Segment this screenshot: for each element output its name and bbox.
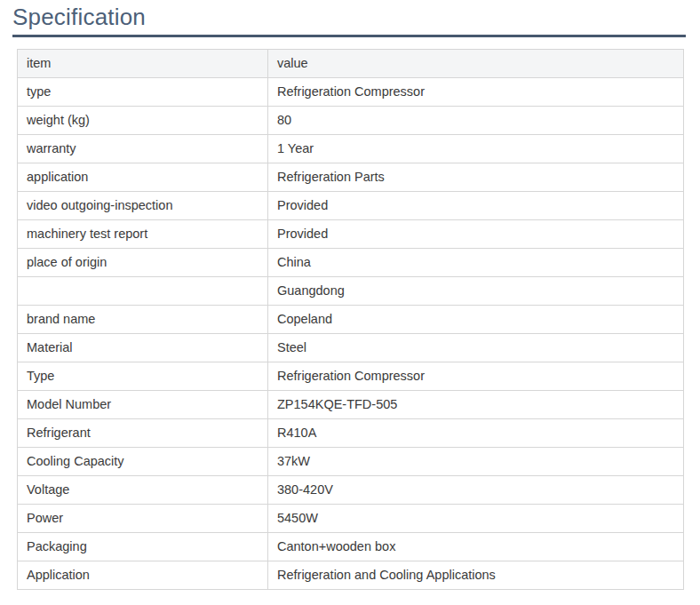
item-cell xyxy=(18,277,268,306)
specification-table: item value typeRefrigeration Compressorw… xyxy=(17,49,684,590)
value-cell: Refrigeration Compressor xyxy=(267,78,683,107)
item-cell: brand name xyxy=(18,306,268,334)
table-row: typeRefrigeration Compressor xyxy=(18,78,684,107)
table-row: warranty1 Year xyxy=(18,135,684,163)
value-cell: Steel xyxy=(267,334,683,362)
value-cell: Canton+wooden box xyxy=(267,533,683,561)
table-row: MaterialSteel xyxy=(18,334,684,362)
table-row: RefrigerantR410A xyxy=(18,419,684,448)
value-cell: 37kW xyxy=(267,448,683,476)
item-cell: type xyxy=(18,78,268,107)
item-cell: warranty xyxy=(18,135,268,163)
value-cell: Refrigeration and Cooling Applications xyxy=(267,561,683,590)
table-row: PackagingCanton+wooden box xyxy=(18,533,684,561)
item-cell: Model Number xyxy=(18,391,268,419)
item-cell: Voltage xyxy=(18,476,268,505)
item-cell: Cooling Capacity xyxy=(18,448,268,476)
item-cell: Application xyxy=(18,561,268,590)
table-header-row: item value xyxy=(18,50,684,78)
header-item: item xyxy=(18,50,268,78)
table-row: place of originChina xyxy=(18,249,684,277)
item-cell: Type xyxy=(18,362,268,391)
value-cell: R410A xyxy=(267,419,683,448)
value-cell: Guangdong xyxy=(267,277,683,306)
table-row: video outgoing-inspectionProvided xyxy=(18,192,684,220)
table-row: Voltage380-420V xyxy=(18,476,684,505)
table-row: Cooling Capacity37kW xyxy=(18,448,684,476)
item-cell: Power xyxy=(18,505,268,533)
item-cell: Refrigerant xyxy=(18,419,268,448)
table-row: Power5450W xyxy=(18,505,684,533)
value-cell: 1 Year xyxy=(267,135,683,163)
item-cell: Packaging xyxy=(18,533,268,561)
value-cell: Copeland xyxy=(267,306,683,334)
item-cell: video outgoing-inspection xyxy=(18,192,268,220)
page-title: Specification xyxy=(12,2,686,32)
item-cell: place of origin xyxy=(18,249,268,277)
table-row: applicationRefrigeration Parts xyxy=(18,163,684,192)
value-cell: 5450W xyxy=(267,505,683,533)
value-cell: China xyxy=(267,249,683,277)
table-row: weight (kg)80 xyxy=(18,107,684,135)
value-cell: 80 xyxy=(267,107,683,135)
header-value: value xyxy=(267,50,683,78)
value-cell: Refrigeration Parts xyxy=(267,163,683,192)
item-cell: weight (kg) xyxy=(18,107,268,135)
item-cell: machinery test report xyxy=(18,220,268,249)
value-cell: 380-420V xyxy=(267,476,683,505)
title-divider xyxy=(12,35,686,37)
page: Specification item value typeRefrigerati… xyxy=(0,2,700,590)
table-row: Model NumberZP154KQE-TFD-505 xyxy=(18,391,684,419)
value-cell: Provided xyxy=(267,220,683,249)
table-body: typeRefrigeration Compressorweight (kg)8… xyxy=(18,78,684,590)
value-cell: Refrigeration Compressor xyxy=(267,362,683,391)
table-row: Guangdong xyxy=(18,277,684,306)
item-cell: Material xyxy=(18,334,268,362)
item-cell: application xyxy=(18,163,268,192)
value-cell: Provided xyxy=(267,192,683,220)
table-row: TypeRefrigeration Compressor xyxy=(18,362,684,391)
table-row: ApplicationRefrigeration and Cooling App… xyxy=(18,561,684,590)
value-cell: ZP154KQE-TFD-505 xyxy=(267,391,683,419)
table-row: brand nameCopeland xyxy=(18,306,684,334)
table-row: machinery test reportProvided xyxy=(18,220,684,249)
